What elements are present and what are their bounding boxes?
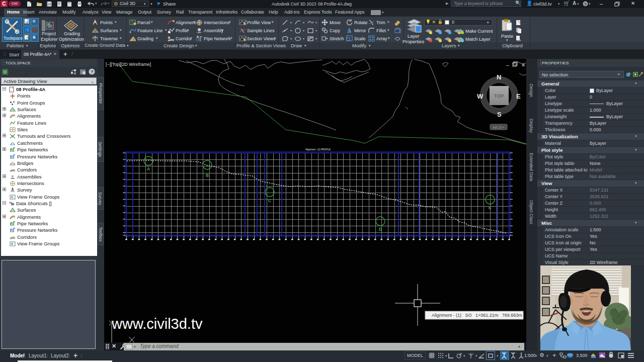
svg-text:–: – <box>506 62 509 68</box>
svg-text:WCS: WCS <box>493 125 502 130</box>
svg-text:www.civil3d.tv: www.civil3d.tv <box>111 316 203 332</box>
svg-text:TOP: TOP <box>494 93 504 99</box>
svg-text:O: O <box>322 27 324 30</box>
svg-text:W: W <box>477 93 484 100</box>
svg-text:Alignment - (1) PROFILE: Alignment - (1) PROFILE <box>305 148 331 151</box>
svg-text:E: E <box>516 93 521 100</box>
svg-text:E: E <box>489 205 492 210</box>
svg-text:C: C <box>268 198 271 203</box>
svg-text:[−][Top][2D Wireframe]: [−][Top][2D Wireframe] <box>106 62 151 67</box>
svg-text:B: B <box>206 173 209 178</box>
svg-text:Alignment - (1) SO 1+061.2: Alignment - (1) SO 1+061.21m 769.663m <box>432 313 522 318</box>
svg-text:?: ? <box>91 69 94 74</box>
svg-text:✕: ✕ <box>521 62 525 68</box>
svg-text:A: A <box>147 166 150 171</box>
svg-text:N: N <box>497 73 501 81</box>
svg-text:D: D <box>379 227 382 232</box>
svg-text:?: ? <box>584 2 587 7</box>
svg-text:▾: ▾ <box>503 126 504 129</box>
svg-text:S: S <box>497 111 502 118</box>
